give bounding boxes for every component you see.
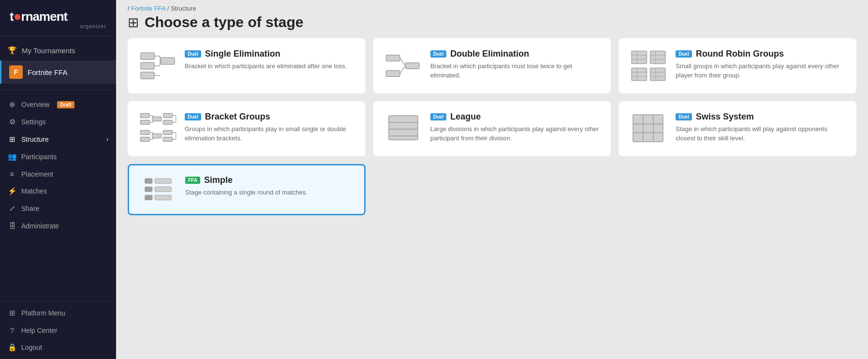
svg-rect-22 (650, 51, 666, 63)
main-content: / Fortnite FFA / Structure ⊞ Choose a ty… (116, 0, 868, 359)
fortnite-icon: F (9, 65, 23, 79)
svg-line-13 (400, 66, 406, 74)
card-badge-league: Duel (430, 113, 447, 120)
sidebar-item-logout[interactable]: 🔒 Logout (0, 339, 116, 356)
card-desc-swiss-system: Stage in which participants will play ag… (676, 125, 846, 143)
card-title-row-swiss-system: Duel Swiss System (676, 112, 846, 122)
svg-rect-38 (140, 137, 149, 142)
svg-rect-50 (163, 137, 172, 142)
card-badge-bracket-groups: Duel (185, 113, 201, 120)
card-icon-bracket-groups (138, 112, 177, 146)
trophy-icon: 🏆 (8, 46, 17, 55)
card-icon-single-elimination (138, 49, 177, 83)
svg-rect-43 (152, 134, 162, 138)
card-title-league: League (450, 112, 481, 122)
sidebar-item-overview[interactable]: ⊕ Overview Draft (0, 96, 116, 113)
stage-card-bracket-groups[interactable]: Duel Bracket Groups Groups in which part… (128, 101, 366, 156)
svg-rect-67 (145, 195, 152, 200)
stage-card-swiss-system[interactable]: Duel Swiss System Stage in which partici… (618, 101, 856, 156)
share-icon: ⤢ (8, 204, 16, 213)
settings-icon: ⚙ (8, 118, 16, 126)
svg-rect-68 (155, 195, 171, 200)
svg-rect-63 (145, 179, 152, 183)
card-icon-swiss-system (629, 112, 668, 146)
svg-rect-49 (163, 131, 172, 135)
svg-rect-44 (163, 114, 172, 118)
svg-rect-9 (386, 55, 399, 61)
card-desc-double-elimination: Bracket in which participants must lose … (430, 62, 601, 80)
sidebar-item-help-center[interactable]: ? Help Center (0, 322, 116, 339)
card-icon-round-robin-groups (629, 49, 668, 83)
help-icon: ? (8, 326, 16, 334)
nav-divider-1 (0, 90, 116, 90)
sidebar-item-share[interactable]: ⤢ Share (0, 200, 116, 217)
card-badge-swiss-system: Duel (676, 113, 692, 120)
card-desc-bracket-groups: Groups in which participants play in sma… (185, 125, 355, 143)
svg-rect-58 (633, 115, 663, 142)
matches-icon: ⚡ (8, 187, 16, 195)
breadcrumb-parent[interactable]: Fortnite FFA (131, 5, 165, 12)
card-desc-simple: Stage containing a single round of match… (185, 188, 354, 197)
sidebar-item-placement[interactable]: ≡ Placement (0, 165, 116, 182)
share-label: Share (21, 205, 39, 212)
sidebar-item-settings[interactable]: ⚙ Settings (0, 113, 116, 131)
logout-label: Logout (21, 344, 42, 351)
card-icon-double-elimination (384, 49, 423, 83)
logo: t●rnament (10, 9, 106, 24)
svg-rect-26 (650, 68, 666, 80)
card-title-simple: Simple (204, 175, 233, 185)
logout-icon: 🔒 (8, 343, 16, 352)
card-badge-round-robin-groups: Duel (676, 50, 692, 58)
svg-rect-45 (163, 120, 172, 125)
matches-label: Matches (21, 187, 47, 195)
sidebar-item-platform-menu[interactable]: ⊞ Platform Menu (0, 304, 116, 322)
stage-card-single-elimination[interactable]: Duel Single Elimination Bracket in which… (128, 38, 366, 93)
platform-menu-icon: ⊞ (8, 309, 16, 317)
card-desc-round-robin-groups: Small groups in which participants play … (676, 62, 846, 80)
svg-rect-30 (140, 114, 149, 118)
sidebar-item-participants[interactable]: 👥 Participants (0, 148, 116, 165)
svg-rect-11 (405, 63, 419, 69)
sidebar-item-my-tournaments[interactable]: 🏆 My Tournaments (0, 40, 116, 60)
breadcrumb: / Fortnite FFA / Structure (116, 0, 868, 12)
card-content-double-elimination: Duel Double Elimination Bracket in which… (430, 49, 601, 80)
breadcrumb-current: Structure (171, 5, 196, 12)
participants-icon: 👥 (8, 152, 16, 161)
administrate-icon: 🗄 (8, 222, 16, 230)
sidebar-item-administrate[interactable]: 🗄 Administrate (0, 217, 116, 234)
structure-arrow-icon: › (106, 136, 108, 143)
page-header: ⊞ Choose a type of stage (116, 12, 868, 38)
card-content-simple: FFA Simple Stage containing a single rou… (185, 175, 354, 197)
card-content-swiss-system: Duel Swiss System Stage in which partici… (676, 112, 846, 143)
stage-card-double-elimination[interactable]: Duel Double Elimination Bracket in which… (373, 38, 611, 93)
stage-card-league[interactable]: Duel League Large divisions in which par… (373, 101, 611, 156)
card-desc-league: Large divisions in which participants pl… (430, 125, 601, 143)
sidebar-item-matches[interactable]: ⚡ Matches (0, 182, 116, 200)
card-title-row-bracket-groups: Duel Bracket Groups (185, 112, 355, 122)
sidebar-item-fortnite-ffa[interactable]: F Fortnite FFA (0, 60, 116, 84)
placement-icon: ≡ (8, 170, 16, 178)
draft-badge: Draft (57, 101, 74, 108)
svg-rect-36 (152, 117, 162, 121)
card-title-single-elimination: Single Elimination (205, 49, 280, 59)
svg-rect-1 (141, 62, 154, 69)
sidebar-item-structure[interactable]: ⊞ Structure › (0, 131, 116, 148)
card-content-league: Duel League Large divisions in which par… (430, 112, 601, 143)
svg-rect-7 (161, 58, 175, 64)
administrate-label: Administrate (21, 222, 59, 230)
card-title-row-double-elimination: Duel Double Elimination (430, 49, 601, 59)
cards-container: Duel Single Elimination Bracket in which… (116, 38, 868, 359)
card-badge-single-elimination: Duel (185, 50, 201, 58)
card-content-round-robin-groups: Duel Round Robin Groups Small groups in … (676, 49, 846, 80)
card-title-row-league: Duel League (430, 112, 601, 122)
stage-card-simple[interactable]: FFA Simple Stage containing a single rou… (128, 164, 366, 215)
card-title-row-simple: FFA Simple (185, 175, 354, 185)
card-title-bracket-groups: Bracket Groups (205, 112, 270, 122)
svg-rect-66 (155, 187, 171, 192)
svg-rect-2 (141, 72, 154, 79)
svg-rect-0 (141, 53, 154, 60)
card-icon-simple (139, 175, 177, 204)
stage-card-round-robin-groups[interactable]: Duel Round Robin Groups Small groups in … (618, 38, 856, 93)
svg-rect-31 (140, 120, 149, 125)
svg-rect-18 (632, 68, 647, 80)
